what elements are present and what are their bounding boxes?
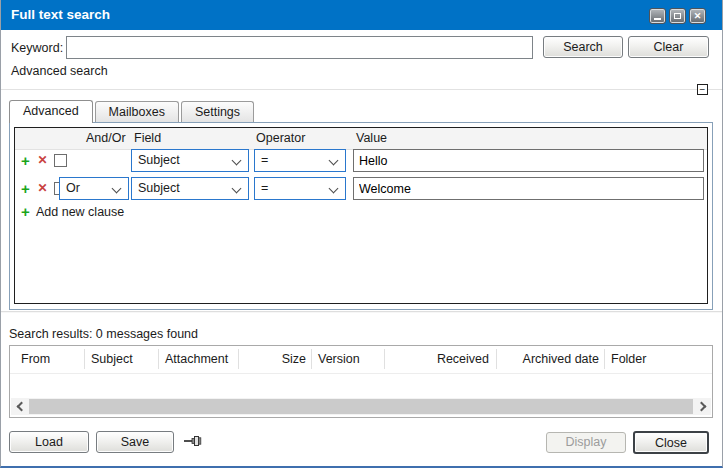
minimize-icon [654, 18, 661, 20]
tab-mailboxes[interactable]: Mailboxes [95, 101, 179, 122]
save-button[interactable]: Save [96, 431, 174, 453]
column-divider [158, 349, 159, 369]
collapse-icon: − [700, 85, 706, 95]
load-button[interactable]: Load [9, 431, 89, 453]
field-dropdown[interactable]: Subject [131, 177, 249, 200]
pin-icon[interactable] [184, 435, 202, 450]
column-divider [84, 349, 85, 369]
horizontal-scrollbar[interactable] [11, 398, 711, 415]
clear-button[interactable]: Clear [628, 36, 709, 58]
column-divider [604, 349, 605, 369]
scrollbar-thumb[interactable] [29, 399, 693, 414]
column-header-archived-date[interactable]: Archived date [500, 346, 599, 372]
add-icon: + [18, 201, 33, 223]
scroll-left-button[interactable] [11, 398, 28, 415]
collapse-toggle[interactable]: − [697, 84, 708, 95]
column-header-value: Value [356, 128, 387, 149]
column-header-version[interactable]: Version [318, 346, 360, 372]
add-row-icon[interactable]: + [18, 149, 33, 172]
titlebar[interactable]: Full text search ✕ [1, 0, 722, 30]
column-header-received[interactable]: Received [390, 346, 489, 372]
close-icon: ✕ [694, 12, 702, 21]
results-table-header: From Subject Attachment Size Version Rec… [10, 346, 712, 374]
search-button[interactable]: Search [543, 36, 623, 58]
column-header-field: Field [134, 128, 161, 149]
column-header-folder[interactable]: Folder [611, 346, 646, 372]
column-divider [311, 349, 312, 369]
full-text-search-window: Full text search ✕ Keyword: Search Clear… [0, 0, 723, 468]
clause-row: + ✕ Subject = [15, 149, 707, 172]
results-summary-label: Search results: [9, 327, 92, 341]
add-new-clause-label: Add new clause [36, 201, 124, 223]
minimize-button[interactable] [649, 8, 666, 24]
chevron-down-icon [232, 184, 242, 194]
remove-row-icon[interactable]: ✕ [35, 149, 50, 172]
results-summary: Search results: 0 messages found [9, 327, 198, 341]
field-dropdown[interactable]: Subject [131, 149, 249, 172]
chevron-left-icon [16, 402, 26, 412]
operator-dropdown[interactable]: = [254, 177, 346, 200]
chevron-down-icon [232, 156, 242, 166]
remove-row-icon[interactable]: ✕ [35, 177, 50, 200]
tab-settings[interactable]: Settings [181, 101, 254, 122]
results-count: 0 messages found [96, 327, 198, 341]
keyword-label: Keyword: [11, 41, 63, 55]
results-divider [1, 311, 722, 313]
maximize-icon [674, 13, 681, 19]
keyword-input[interactable] [66, 36, 533, 59]
results-table: From Subject Attachment Size Version Rec… [9, 345, 713, 418]
scroll-right-button[interactable] [694, 398, 711, 415]
value-input[interactable] [353, 149, 704, 172]
tab-strip: Advanced Mailboxes Settings [9, 100, 256, 123]
maximize-button[interactable] [669, 8, 686, 24]
column-header-operator: Operator [256, 128, 305, 149]
clause-grid-header: And/Or Field Operator Value [15, 128, 707, 150]
column-divider [238, 349, 239, 369]
advanced-tab-panel: And/Or Field Operator Value + ✕ Subject … [9, 122, 713, 310]
tab-advanced[interactable]: Advanced [9, 100, 93, 123]
operator-dropdown[interactable]: = [254, 149, 346, 172]
close-window-button[interactable]: ✕ [689, 8, 706, 24]
chevron-down-icon [112, 184, 122, 194]
clause-grid: And/Or Field Operator Value + ✕ Subject … [14, 127, 708, 304]
column-header-attachment[interactable]: Attachment [165, 346, 228, 372]
column-header-from[interactable]: From [21, 346, 50, 372]
add-row-icon[interactable]: + [18, 177, 33, 200]
display-button[interactable]: Display [546, 432, 626, 453]
column-header-size[interactable]: Size [240, 346, 306, 372]
section-divider [1, 89, 722, 90]
close-button[interactable]: Close [633, 431, 709, 454]
chevron-down-icon [329, 156, 339, 166]
column-divider [496, 349, 497, 369]
column-header-subject[interactable]: Subject [91, 346, 133, 372]
column-header-andor: And/Or [86, 128, 126, 149]
window-controls: ✕ [649, 8, 706, 24]
column-divider [384, 349, 385, 369]
chevron-right-icon [696, 402, 706, 412]
chevron-down-icon [329, 184, 339, 194]
andor-dropdown[interactable]: Or [59, 177, 129, 200]
value-input[interactable] [353, 177, 704, 200]
advanced-search-label: Advanced search [11, 64, 108, 78]
clause-checkbox[interactable] [54, 154, 67, 167]
window-title: Full text search [11, 0, 110, 30]
clause-row: + ✕ Or Subject = [15, 177, 707, 200]
